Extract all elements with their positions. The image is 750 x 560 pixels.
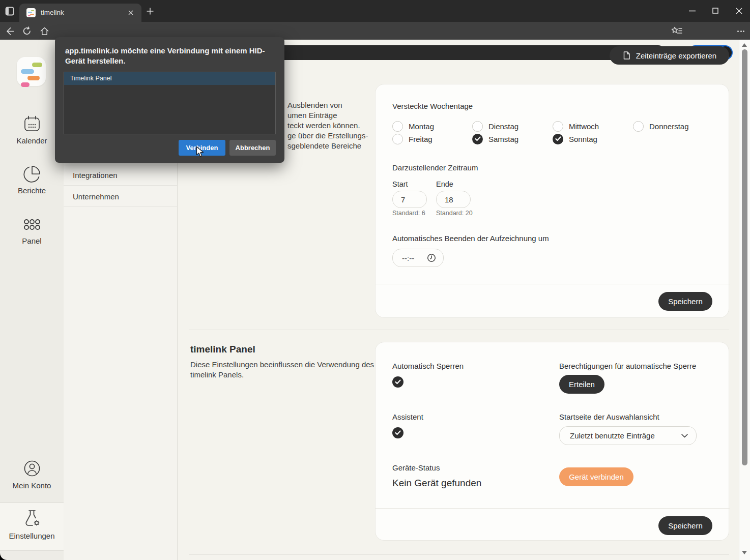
browser-window: timelink xyxy=(0,0,750,560)
checkbox-unchecked-icon[interactable] xyxy=(392,134,403,144)
home-icon[interactable] xyxy=(39,25,50,37)
panel-settings-card: Automatisch Sperren Berechtigungen für a… xyxy=(375,342,729,541)
window-corner xyxy=(0,552,8,560)
weekday-checkbox-samstag[interactable]: Samstag xyxy=(472,133,518,144)
autostop-time-input[interactable]: --:-- xyxy=(392,249,444,267)
sidebar-label-einstellungen: Einstellungen xyxy=(0,532,64,540)
panel-section-description: Diese Einstellungen beeinflussen die Ver… xyxy=(190,360,378,380)
app-sidebar: Kalender Berichte Panel Mein Konto Einst xyxy=(0,40,64,560)
grant-permissions-button[interactable]: Erteilen xyxy=(559,375,604,394)
account-icon xyxy=(0,459,64,478)
hid-device-row-selected[interactable]: Timelink Panel xyxy=(64,72,275,85)
assistant-label: Assistent xyxy=(392,412,423,421)
weekday-checkbox-sonntag[interactable]: Sonntag xyxy=(553,133,597,144)
general-settings-card: Versteckte Wochentage Montag Dienstag Mi… xyxy=(375,84,729,318)
subnav-label: Integrationen xyxy=(73,171,118,180)
sidebar-item-mein-konto[interactable]: Mein Konto xyxy=(0,459,64,490)
export-button-label: Zeiteinträge exportieren xyxy=(636,51,716,60)
subnav-item-integrationen[interactable]: Integrationen xyxy=(64,165,177,186)
card-divider xyxy=(376,508,730,509)
sidebar-item-kalender[interactable]: Kalender xyxy=(0,114,64,145)
panel-grid-icon xyxy=(0,215,64,234)
calendar-icon xyxy=(0,114,64,133)
device-status-value: Kein Gerät gefunden xyxy=(392,478,481,489)
start-hour-input[interactable]: 7 xyxy=(392,191,427,208)
timeframe-label: Darzustellender Zeitraum xyxy=(392,163,478,172)
timelink-logo xyxy=(17,57,46,86)
startpage-dropdown[interactable]: Zuletzt benutzte Einträge xyxy=(559,426,697,445)
device-status-label: Geräte-Status xyxy=(392,463,440,472)
checkbox-unchecked-icon[interactable] xyxy=(472,121,483,132)
start-hint: Standard: 6 xyxy=(392,210,425,217)
checkbox-unchecked-icon[interactable] xyxy=(392,121,403,132)
sidebar-label-kalender: Kalender xyxy=(0,136,64,145)
auto-lock-label: Automatisch Sperren xyxy=(392,362,464,370)
favorites-bar-icon[interactable] xyxy=(671,25,683,37)
checkbox-unchecked-icon[interactable] xyxy=(633,121,644,132)
weekday-checkbox-dienstag[interactable]: Dienstag xyxy=(472,121,518,132)
assistant-checkbox-checked[interactable] xyxy=(392,427,403,438)
end-label: Ende xyxy=(436,180,453,188)
save-button-general[interactable]: Speichern xyxy=(658,292,712,311)
hid-permission-dialog: app.timelink.io möchte eine Verbindung m… xyxy=(55,37,284,163)
checkbox-checked-icon[interactable] xyxy=(472,134,483,144)
weekday-checkbox-montag[interactable]: Montag xyxy=(392,121,434,132)
new-tab-icon[interactable] xyxy=(146,7,155,16)
checkbox-checked-icon[interactable] xyxy=(553,134,563,144)
weekday-checkbox-mittwoch[interactable]: Mittwoch xyxy=(553,121,599,132)
auto-lock-checkbox-checked[interactable] xyxy=(392,376,403,388)
save-button-panel[interactable]: Speichern xyxy=(658,516,712,535)
back-icon[interactable] xyxy=(4,25,15,37)
chevron-down-icon xyxy=(681,434,688,438)
export-time-entries-button[interactable]: Zeiteinträge exportieren xyxy=(610,46,729,65)
browser-menu-icon[interactable] xyxy=(736,28,746,34)
subnav-label: Unternehmen xyxy=(73,192,119,201)
autostop-label: Automatisches Beenden der Aufzeichnung u… xyxy=(392,234,549,243)
hid-device-list[interactable]: Timelink Panel xyxy=(64,72,276,134)
page-scrollbar[interactable] xyxy=(739,40,750,560)
reload-icon[interactable] xyxy=(21,25,33,37)
settings-flask-icon xyxy=(0,509,64,529)
window-close-button[interactable] xyxy=(732,6,746,15)
obscured-description-text: Ausblenden von umen Einträge teckt werde… xyxy=(287,100,368,151)
browser-titlebar: timelink xyxy=(0,0,750,22)
sidebar-item-einstellungen[interactable]: Einstellungen xyxy=(0,503,64,551)
start-label: Start xyxy=(392,180,408,188)
export-doc-icon xyxy=(622,51,631,60)
startpage-label: Startseite der Auswahlansicht xyxy=(559,412,659,421)
scroll-down-arrow[interactable] xyxy=(742,551,747,554)
subnav-item-unternehmen[interactable]: Unternehmen xyxy=(64,186,177,207)
mouse-cursor xyxy=(196,146,205,158)
tab-actions-menu-icon[interactable] xyxy=(5,6,15,16)
browser-tab[interactable]: timelink xyxy=(19,4,141,22)
footer-divider xyxy=(189,554,729,555)
card-divider xyxy=(376,284,730,284)
panel-section-title: timelink Panel xyxy=(190,344,255,355)
weekday-checkbox-freitag[interactable]: Freitag xyxy=(392,133,432,144)
hidden-weekdays-label: Versteckte Wochentage xyxy=(392,102,473,110)
tab-close-icon[interactable] xyxy=(127,9,134,16)
permissions-label: Berechtigungen für automatische Sperre xyxy=(559,362,696,370)
sidebar-label-mein-konto: Mein Konto xyxy=(0,481,64,490)
scroll-up-arrow[interactable] xyxy=(742,43,747,47)
sidebar-label-berichte: Berichte xyxy=(0,186,64,195)
hid-cancel-button[interactable]: Abbrechen xyxy=(229,140,276,156)
window-minimize-button[interactable] xyxy=(685,6,699,15)
end-hint: Standard: 20 xyxy=(436,210,473,217)
tab-favicon xyxy=(26,8,36,17)
connect-device-button[interactable]: Gerät verbinden xyxy=(559,467,633,486)
weekday-checkbox-donnerstag[interactable]: Donnerstag xyxy=(633,121,689,132)
checkbox-unchecked-icon[interactable] xyxy=(553,121,563,132)
section-divider xyxy=(189,330,729,330)
tab-title: timelink xyxy=(41,9,64,16)
sidebar-item-berichte[interactable]: Berichte xyxy=(0,164,64,195)
sidebar-label-panel: Panel xyxy=(0,237,64,245)
window-maximize-button[interactable] xyxy=(708,6,723,15)
pie-chart-icon xyxy=(0,164,64,184)
sidebar-item-panel[interactable]: Panel xyxy=(0,215,64,245)
hid-dialog-title: app.timelink.io möchte eine Verbindung m… xyxy=(65,46,278,66)
end-hour-input[interactable]: 18 xyxy=(436,191,471,208)
clock-icon[interactable] xyxy=(427,253,436,262)
scrollbar-thumb[interactable] xyxy=(742,49,747,465)
